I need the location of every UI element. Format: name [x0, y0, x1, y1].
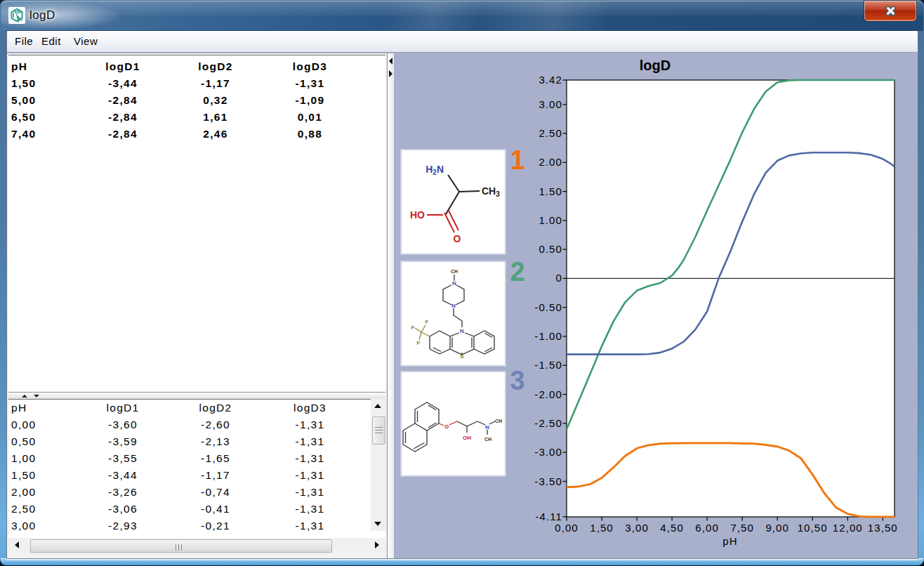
svg-text:N: N — [460, 328, 464, 334]
svg-text:HO: HO — [410, 209, 425, 221]
svg-text:CH3: CH3 — [482, 185, 500, 198]
svg-text:O: O — [454, 233, 461, 244]
svg-text:S: S — [460, 353, 464, 360]
svg-text:CH: CH — [484, 437, 491, 442]
svg-text:F: F — [411, 324, 415, 331]
svg-text:N: N — [452, 280, 456, 287]
svg-text:F: F — [425, 319, 429, 325]
svg-text:O: O — [444, 423, 449, 430]
svg-text:N: N — [451, 303, 456, 309]
svg-text:CH: CH — [451, 269, 458, 274]
svg-text:CH: CH — [495, 419, 502, 423]
svg-text:H2N: H2N — [425, 164, 444, 176]
svg-text:F: F — [417, 340, 421, 346]
svg-text:N: N — [485, 424, 489, 430]
svg-text:OH: OH — [463, 435, 471, 441]
